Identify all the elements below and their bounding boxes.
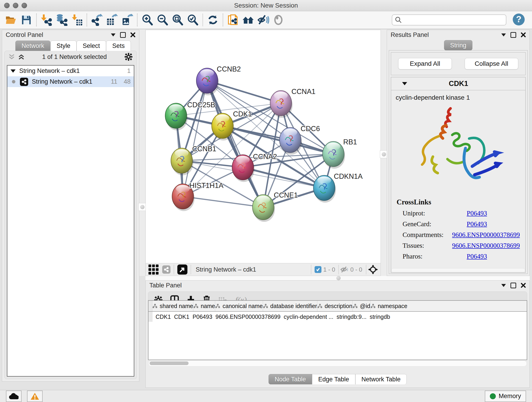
node-result-card: CDK1 cyclin-dependent kinase 1 [391,77,526,273]
collapse-all-networks-icon[interactable] [9,54,15,60]
column-header-shared-name[interactable]: shared name [152,301,193,311]
cell-namespace[interactable]: stringdb [367,312,390,322]
selected-count-checkbox-icon[interactable] [315,266,322,273]
home-pages-button[interactable] [241,13,256,27]
memory-button[interactable]: Memory [485,390,526,402]
tab-network[interactable]: Network [15,41,51,51]
node-result-header[interactable]: CDK1 [391,77,525,90]
tab-select[interactable]: Select [76,41,106,51]
network-row[interactable]: String Network – cdk1 11 48 [7,76,134,87]
crosslink-link-genecard[interactable]: P06493 [467,220,487,228]
expand-all-networks-icon[interactable] [18,54,24,60]
panel-float-icon[interactable] [510,32,516,38]
panel-close-icon[interactable] [521,32,526,37]
network-label: String Network – cdk1 [32,78,92,85]
crosslink-link-uniprot[interactable]: P06493 [467,210,487,217]
window-title: Session: New Session [0,2,532,9]
crosslink-link-tissues[interactable]: 9606.ENSP00000378699 [452,242,520,249]
network-options-gear-icon[interactable] [125,53,133,61]
help-button[interactable]: ? [512,13,525,27]
export-network-button[interactable] [89,13,104,27]
clone-network-button[interactable] [225,13,241,27]
results-scrollbar[interactable] [391,268,525,272]
hide-selection-button[interactable] [256,13,271,27]
node-CDC6[interactable]: CDC6 [279,125,320,155]
network-canvas[interactable]: CCNB2CCNA1CDC25BCDK1CDC6RB1CCNB1CCNA2CDK… [146,30,380,263]
cell-canonical-name[interactable]: P06493 [189,312,212,322]
tab-node-table[interactable]: Node Table [268,374,312,384]
column-header-description[interactable]: description [317,301,353,311]
birdseye-crosshair-icon[interactable] [368,265,378,274]
column-header-namespace[interactable]: namespace [370,301,407,311]
horizontal-splitter[interactable] [146,276,530,280]
save-session-button[interactable] [19,13,34,27]
column-header-name[interactable]: name [193,301,215,311]
cell-database-identifier[interactable]: 9606.ENSP00000378699 [212,312,281,322]
expand-all-button[interactable]: Expand All [398,58,452,70]
collection-caret-icon[interactable] [11,70,16,73]
import-table-from-file-button[interactable] [69,13,84,27]
zoom-in-button[interactable] [140,13,155,27]
import-network-from-file-button[interactable] [39,13,54,27]
panel-menu-icon[interactable] [501,33,506,36]
open-session-button[interactable] [4,13,19,27]
panel-float-icon[interactable] [510,283,516,288]
node-CCNA1[interactable]: CCNA1 [270,88,316,118]
warnings-button[interactable] [27,390,43,402]
crosslink-label: GeneCard: [403,220,467,228]
birdseye-grid-icon[interactable] [148,264,158,274]
column-header-canonical-name[interactable]: canonical name [215,301,263,311]
refresh-layout-button[interactable] [205,13,220,27]
collapse-all-button[interactable]: Collapse All [465,58,518,70]
panel-menu-icon[interactable] [111,33,115,36]
search-box[interactable] [392,14,506,26]
node-result-caret-icon[interactable] [402,82,407,85]
export-table-button[interactable] [104,13,120,27]
cell-id[interactable]: stringdb:9... [333,312,367,322]
search-input[interactable] [404,16,503,24]
column-header-database-identifier[interactable]: database identifier [263,301,317,311]
show-all-button[interactable] [271,13,286,27]
tab-style[interactable]: Style [51,41,76,51]
cell-shared-name[interactable]: CDK1 [152,312,171,322]
detach-view-button[interactable] [177,264,187,274]
tab-string[interactable]: String [444,40,473,51]
node-HIST1H1A[interactable]: HIST1H1A [172,182,223,211]
main-toolbar: ? [0,11,532,29]
vertical-splitter-right[interactable] [381,30,387,276]
node-CDKN1A[interactable]: CDKN1A [313,172,363,203]
cell-name[interactable]: CDK1 [171,312,190,322]
zoom-selected-button[interactable] [185,13,200,27]
tab-sets[interactable]: Sets [106,41,131,51]
network-overview-icon[interactable] [162,265,171,274]
table-header-row: shared name name canonical name database… [148,301,527,312]
crosslink-link-pharos[interactable]: P06493 [467,253,487,260]
crosslink-label: Pharos: [403,253,467,260]
tab-edge-table[interactable]: Edge Table [312,374,355,384]
crosslink-link-compartments[interactable]: 9606.ENSP00000378699 [452,231,520,239]
scrollbar-thumb[interactable] [150,361,189,365]
table-horizontal-scrollbar[interactable] [148,361,527,366]
cloud-status-button[interactable] [6,390,22,402]
import-network-from-database-button[interactable] [54,13,69,27]
panel-menu-icon[interactable] [501,284,506,287]
node-CDC25B[interactable]: CDC25B [165,101,215,130]
vertical-splitter-left[interactable] [139,30,145,276]
node-RB1[interactable]: RB1 [323,138,357,169]
edge-HIST1H1A-CCNE1[interactable] [183,196,263,207]
panel-close-icon[interactable] [130,32,135,37]
node-CCNE1[interactable]: CCNE1 [253,191,298,222]
network-collection-row[interactable]: String Network – cdk1 1 [7,65,134,76]
column-header-id[interactable]: @id [353,301,370,311]
panel-float-icon[interactable] [120,32,126,38]
splitter-grip[interactable] [138,203,146,211]
zoom-fit-button[interactable] [170,13,185,27]
edge-CCNB2-HIST1H1A[interactable] [183,81,207,196]
panel-close-icon[interactable] [521,283,526,288]
table-row[interactable]: CDK1 CDK1 P06493 9606.ENSP00000378699 cy… [148,312,527,322]
export-image-button[interactable] [120,13,135,27]
cell-description[interactable]: cyclin-dependent ... [280,312,333,322]
splitter-grip[interactable] [380,150,388,158]
zoom-out-button[interactable] [155,13,170,27]
tab-network-table[interactable]: Network Table [355,374,407,384]
